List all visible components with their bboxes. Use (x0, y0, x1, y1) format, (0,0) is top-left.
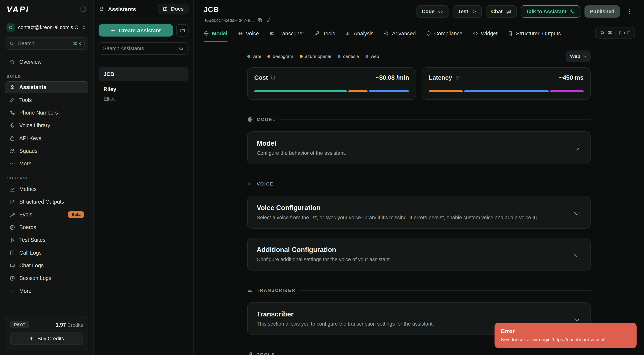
card-description: Configure the behavior of the assistant. (257, 150, 346, 156)
find-shortcut-button[interactable]: ⌘ + ⇧ + F (595, 27, 635, 38)
sidebar-item-boards[interactable]: Boards (5, 221, 88, 233)
sidebar-item-overview[interactable]: Overview (5, 56, 88, 68)
tab-label: Advanced (392, 30, 416, 36)
tab-structured-outputs[interactable]: Structured Outputs (508, 25, 561, 42)
section-title: TRANSCRIBER (257, 288, 296, 293)
chat-label: Chat (491, 8, 502, 14)
chat-button[interactable]: Chat (486, 5, 516, 18)
create-assistant-button[interactable]: Create Assistant (98, 24, 173, 36)
tab-compliance[interactable]: Compliance (426, 25, 462, 42)
sidebar-search-input[interactable] (18, 41, 66, 46)
sidebar-item-evals[interactable]: Evals Beta (5, 209, 88, 221)
legend-item: cartesia (338, 54, 359, 59)
search-icon (10, 41, 15, 46)
info-icon[interactable] (455, 75, 460, 80)
tab-tools[interactable]: Tools (314, 25, 335, 42)
provider-legend: vapi deepgram azure openai cartesia web … (247, 50, 591, 62)
waveform-icon (238, 31, 243, 36)
tab-voice[interactable]: Voice (238, 25, 259, 42)
waveform-icon (247, 181, 253, 187)
talk-to-assistant-button[interactable]: Talk to Assistant (521, 5, 580, 18)
latency-card: Latency ~450 ms (422, 67, 591, 100)
sidebar-item-structured-outputs[interactable]: Structured Outputs (5, 196, 88, 208)
nav-label: Call Logs (20, 250, 42, 256)
chat-bubble-icon (506, 9, 511, 14)
tab-widget[interactable]: Widget (473, 25, 498, 42)
sidebar-item-session-logs[interactable]: Session Logs (5, 272, 88, 284)
additional-configuration-card[interactable]: Additional Configuration Configure addit… (247, 238, 591, 271)
card-description: This section allows you to configure the… (257, 321, 434, 327)
kebab-menu-button[interactable]: ⋮ (624, 6, 635, 17)
tab-analysis[interactable]: Analysis (346, 25, 374, 42)
sidebar-item-observe-more[interactable]: More (5, 285, 88, 297)
voice-configuration-card[interactable]: Voice Configuration Select a voice from … (247, 196, 591, 229)
section-label-build: BUILD (6, 74, 88, 78)
sidebar-item-assistants[interactable]: Assistants (5, 81, 88, 93)
link-icon[interactable] (266, 18, 271, 22)
cost-bar-segment (254, 90, 347, 92)
code-label: Code (422, 8, 434, 14)
sidebar-item-voice-library[interactable]: Voice Library (5, 119, 88, 131)
wrench-icon (314, 31, 320, 36)
section-transcriber: TRANSCRIBER (247, 287, 591, 293)
sidebar-item-metrics[interactable]: Metrics (5, 183, 88, 195)
nav-label: Session Logs (20, 275, 52, 281)
buy-credits-button[interactable]: Buy Credits (10, 333, 83, 345)
assistant-list-item[interactable]: JCB (98, 67, 188, 81)
tab-label: Tools (323, 30, 335, 36)
latency-bar-segment (550, 90, 584, 92)
latency-bar (429, 90, 584, 92)
toast-title: Error (501, 328, 630, 334)
card-description: Configure additional settings for the vo… (257, 257, 391, 262)
tab-transcriber[interactable]: Transcriber (269, 25, 304, 42)
bookmark-icon (508, 31, 513, 36)
published-button[interactable]: Published (584, 5, 620, 18)
card-title: Model (257, 139, 346, 147)
assistants-search (98, 42, 188, 54)
legend-dot (338, 55, 341, 57)
info-icon[interactable] (271, 75, 276, 80)
assistants-panel: Assistants Docs Create Assistant JCB Ril… (94, 0, 194, 355)
nav-label: Assistants (20, 84, 46, 90)
sidebar-item-tools[interactable]: Tools (5, 94, 88, 106)
collapse-sidebar-button[interactable] (79, 5, 88, 14)
tab-label: Compliance (434, 30, 462, 36)
assistants-search-input[interactable] (103, 46, 175, 51)
search-icon (179, 46, 184, 51)
sidebar-item-phone-numbers[interactable]: Phone Numbers (5, 107, 88, 119)
sidebar-item-chat-logs[interactable]: Chat Logs (5, 260, 88, 271)
model-card[interactable]: Model Configure the behavior of the assi… (247, 131, 591, 164)
error-toast[interactable]: Error Key doesn't allow origin 'https://… (494, 323, 637, 348)
code-icon (438, 9, 443, 14)
sidebar-item-squads[interactable]: Squads (5, 145, 88, 157)
org-avatar: C (6, 23, 15, 32)
folder-button[interactable] (176, 24, 188, 36)
section-title: MODEL (257, 117, 276, 122)
section-model: MODEL (247, 117, 591, 122)
docs-button[interactable]: Docs (158, 4, 188, 14)
platform-select[interactable]: Web (566, 50, 591, 62)
sidebar-item-test-suites[interactable]: Test Suites (5, 234, 88, 246)
assistant-list-item[interactable]: Elliot (98, 95, 188, 103)
sidebar-item-api-keys[interactable]: API Keys (5, 132, 88, 144)
globe-icon (204, 31, 209, 36)
sidebar-item-call-logs[interactable]: Call Logs (5, 247, 88, 259)
card-title: Transcriber (257, 310, 434, 318)
copy-icon[interactable] (258, 18, 262, 22)
play-icon (472, 9, 476, 14)
section-voice: VOICE (247, 181, 591, 187)
tab-model[interactable]: Model (204, 25, 227, 42)
cost-label: Cost (254, 74, 268, 81)
test-button[interactable]: Test (453, 5, 482, 18)
folder-icon (180, 27, 185, 33)
code-button[interactable]: Code (416, 5, 448, 18)
platform-select-value: Web (570, 53, 580, 59)
tab-advanced[interactable]: Advanced (384, 25, 416, 42)
org-selector[interactable]: C contact@kreon-ai.com's Org (4, 21, 89, 34)
credits-card: PAYG 1.97 Credits Buy Credits (5, 316, 88, 350)
latency-bar-segment (464, 90, 549, 92)
chevron-down-icon (574, 251, 580, 257)
sidebar-item-build-more[interactable]: More (5, 158, 88, 169)
section-divider (279, 119, 590, 120)
assistant-list-item[interactable]: Riley (98, 84, 188, 94)
